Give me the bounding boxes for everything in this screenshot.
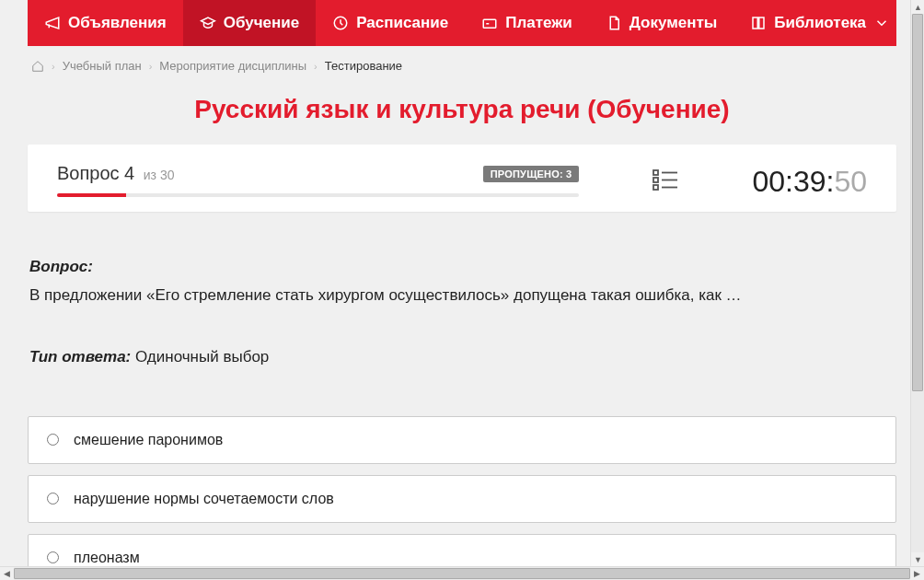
question-text: В предложении «Его стремление стать хиру… bbox=[29, 284, 895, 307]
nav-label: Объявления bbox=[68, 14, 167, 32]
progress-fill bbox=[57, 193, 126, 197]
nav-label: Платежи bbox=[505, 14, 572, 32]
nav-documents[interactable]: Документы bbox=[589, 0, 734, 46]
nav-learning[interactable]: Обучение bbox=[183, 0, 316, 46]
scroll-up-arrow[interactable]: ▲ bbox=[911, 0, 924, 14]
breadcrumb-item[interactable]: Мероприятие дисциплины bbox=[159, 59, 306, 73]
scroll-left-arrow[interactable]: ◀ bbox=[0, 567, 14, 581]
payment-icon bbox=[481, 15, 498, 31]
breadcrumb-item[interactable]: Учебный план bbox=[63, 59, 142, 73]
timer: 00:39:50 bbox=[752, 165, 867, 199]
svg-rect-1 bbox=[483, 19, 496, 28]
chevron-down-icon bbox=[873, 15, 890, 31]
nav-schedule[interactable]: Расписание bbox=[316, 0, 465, 46]
quiz-panel: Вопрос 4 из 30 ПРОПУЩЕНО: 3 bbox=[28, 145, 896, 212]
scroll-thumb[interactable] bbox=[14, 568, 910, 579]
scroll-track[interactable] bbox=[911, 14, 924, 552]
breadcrumb-current: Тестирование bbox=[325, 59, 402, 73]
answer-type-label: Тип ответа: bbox=[29, 348, 131, 365]
main-nav: Объявления Обучение Расписание Платежи Д… bbox=[28, 0, 896, 46]
option-radio[interactable] bbox=[47, 493, 59, 505]
breadcrumb-separator: › bbox=[52, 61, 55, 72]
question-total: из 30 bbox=[144, 168, 175, 182]
timer-main: 00:39: bbox=[752, 165, 834, 199]
option-radio[interactable] bbox=[47, 551, 59, 563]
svg-rect-2 bbox=[653, 170, 658, 175]
scroll-track[interactable] bbox=[14, 567, 910, 580]
vertical-scrollbar[interactable]: ▲ ▼ bbox=[910, 0, 924, 566]
option-item[interactable]: смешение паронимов bbox=[28, 416, 896, 464]
grid-list-icon bbox=[653, 168, 678, 192]
timer-seconds: 50 bbox=[834, 165, 867, 199]
megaphone-icon bbox=[44, 15, 61, 31]
nav-announcements[interactable]: Объявления bbox=[28, 0, 183, 46]
question-number-label: Вопрос 4 bbox=[57, 163, 140, 183]
book-icon bbox=[750, 15, 767, 31]
nav-label: Документы bbox=[629, 14, 718, 32]
breadcrumb-separator: › bbox=[314, 61, 318, 72]
answer-type-value: Одиночный выбор bbox=[135, 348, 269, 365]
question-heading: Вопрос: bbox=[29, 258, 895, 276]
nav-label: Обучение bbox=[224, 14, 299, 32]
option-label: плеоназм bbox=[74, 550, 140, 566]
skipped-badge: ПРОПУЩЕНО: 3 bbox=[483, 166, 580, 182]
nav-library[interactable]: Библиотека bbox=[733, 0, 907, 46]
option-label: нарушение нормы сочетаемости слов bbox=[74, 491, 334, 507]
question-block: Вопрос: В предложении «Его стремление ст… bbox=[28, 258, 896, 366]
document-icon bbox=[606, 15, 622, 31]
progress-bar bbox=[57, 193, 579, 197]
scroll-thumb[interactable] bbox=[912, 14, 923, 391]
options-list: смешение паронимов нарушение нормы сочет… bbox=[28, 416, 896, 567]
svg-rect-6 bbox=[653, 185, 658, 190]
breadcrumb: › Учебный план › Мероприятие дисциплины … bbox=[28, 46, 896, 86]
svg-rect-4 bbox=[653, 178, 658, 182]
option-item[interactable]: нарушение нормы сочетаемости слов bbox=[28, 475, 896, 523]
clock-icon bbox=[332, 15, 349, 31]
horizontal-scrollbar[interactable]: ◀ ▶ bbox=[0, 566, 924, 580]
answer-type: Тип ответа: Одиночный выбор bbox=[29, 348, 895, 366]
nav-payments[interactable]: Платежи bbox=[465, 0, 589, 46]
page-title: Русский язык и культура речи (Обучение) bbox=[28, 95, 896, 124]
option-item[interactable]: плеоназм bbox=[28, 534, 896, 567]
graduation-cap-icon bbox=[200, 15, 216, 31]
home-icon[interactable] bbox=[31, 60, 44, 73]
breadcrumb-separator: › bbox=[149, 61, 153, 72]
scroll-right-arrow[interactable]: ▶ bbox=[910, 567, 924, 581]
nav-label: Расписание bbox=[356, 14, 448, 32]
option-radio[interactable] bbox=[47, 434, 59, 446]
nav-label: Библиотека bbox=[774, 14, 866, 32]
scroll-down-arrow[interactable]: ▼ bbox=[911, 552, 924, 566]
question-grid-button[interactable] bbox=[653, 168, 678, 196]
option-label: смешение паронимов bbox=[74, 432, 223, 448]
